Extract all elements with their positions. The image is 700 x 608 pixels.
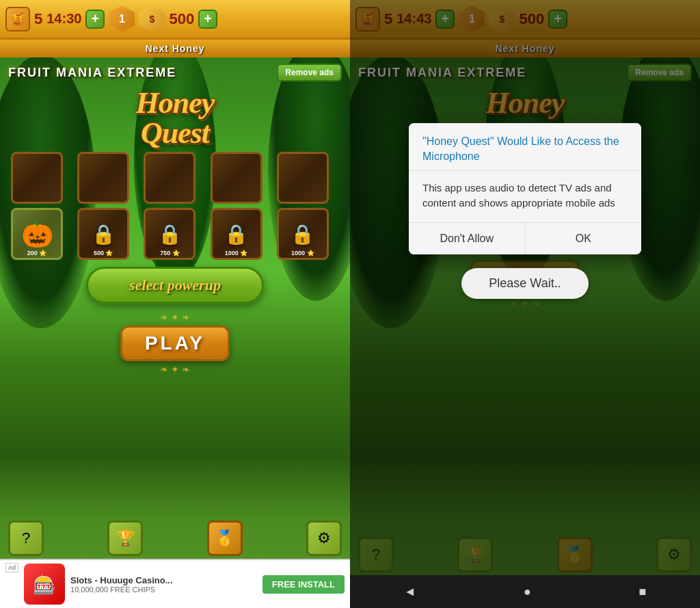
honey-quest-logo-left: Honey Quest bbox=[136, 88, 215, 148]
game-title-left: FRUIT MANIA EXTREME bbox=[8, 66, 176, 80]
add-time-button-left[interactable]: + bbox=[85, 10, 105, 29]
left-panel: 🍯 5 14:30 + 1 $ 500 + Next Honey FRUIT M… bbox=[0, 0, 350, 608]
ad-content-left: Slots - Huuuge Casino... 10,000,000 FREE… bbox=[70, 575, 257, 594]
top-bar-left: 🍯 5 14:30 + 1 $ 500 + bbox=[0, 0, 350, 40]
hex-badge-left: 1 bbox=[109, 6, 135, 32]
lock-icon-5-left: 🔒 bbox=[291, 223, 314, 246]
pumpkin-price-left: 200 ⭐ bbox=[13, 250, 61, 256]
ok-button[interactable]: OK bbox=[526, 223, 642, 254]
coin-count-left: 500 bbox=[169, 10, 194, 28]
play-ornament-bottom-left: ❧ ✦ ❧ bbox=[0, 364, 350, 375]
power-grid-row2-left: 🎃 200 ⭐ 🔒 500 ⭐ 🔒 750 ⭐ 🔒 1000 ⭐ 🔒 1000 … bbox=[0, 208, 350, 260]
lock-icon-3-left: 🔒 bbox=[158, 223, 182, 246]
title-bar-left: FRUIT MANIA EXTREME Remove ads bbox=[0, 57, 350, 88]
trophy-icon-left: 🏆 bbox=[116, 529, 135, 547]
lock-price-3-left: 750 ⭐ bbox=[146, 250, 193, 256]
time-display-left: 14:30 bbox=[46, 11, 81, 27]
locked-cell-2-left[interactable]: 🔒 500 ⭐ bbox=[77, 208, 129, 260]
trophy-button-left[interactable]: 🏆 bbox=[107, 520, 143, 556]
locked-cell-3-left[interactable]: 🔒 750 ⭐ bbox=[144, 208, 196, 260]
power-cell-2-left[interactable] bbox=[77, 152, 129, 204]
honey-jar-icon-left: 🍯 bbox=[5, 7, 30, 31]
locked-cell-4-left[interactable]: 🔒 1000 ⭐ bbox=[211, 208, 262, 260]
lock-price-4-left: 1000 ⭐ bbox=[213, 250, 260, 256]
dialog-overlay: "Honey Quest" Would Like to Access the M… bbox=[350, 0, 700, 608]
logo-area-left: Honey Quest bbox=[0, 88, 350, 149]
help-button-left[interactable]: ? bbox=[8, 520, 44, 556]
next-honey-bar-left: Next Honey bbox=[0, 40, 350, 57]
next-honey-label-left: Next Honey bbox=[145, 43, 204, 54]
bottom-toolbar-left: ? 🏆 🥇 ⚙ bbox=[0, 515, 350, 559]
install-button-left[interactable]: FREE INSTALL bbox=[262, 575, 345, 594]
power-grid-row1-left bbox=[0, 152, 350, 204]
recent-nav-button[interactable]: ■ bbox=[638, 585, 646, 599]
android-nav: ◄ ● ■ bbox=[350, 575, 700, 608]
ad-icon-left: 🎰 bbox=[24, 564, 65, 605]
honey-count-left: 5 bbox=[34, 10, 42, 28]
back-nav-button[interactable]: ◄ bbox=[404, 585, 416, 599]
lock-icon-2-left: 🔒 bbox=[92, 223, 116, 246]
lock-icon-4-left: 🔒 bbox=[224, 223, 248, 246]
select-powerup-label-left: select powerup bbox=[129, 276, 221, 294]
power-cell-1-left[interactable] bbox=[11, 152, 63, 204]
pumpkin-icon-left: 🎃 bbox=[21, 219, 53, 249]
power-cell-4-left[interactable] bbox=[211, 152, 262, 204]
leaderboard-button-left[interactable]: 🥇 bbox=[207, 520, 243, 556]
lock-price-2-left: 500 ⭐ bbox=[79, 250, 127, 256]
play-ornament-top-left: ❧ ✦ ❧ bbox=[0, 312, 350, 323]
play-button-left[interactable]: PLAY bbox=[120, 326, 230, 361]
permission-dialog: "Honey Quest" Would Like to Access the M… bbox=[409, 123, 641, 254]
lock-price-5-left: 1000 ⭐ bbox=[279, 250, 327, 256]
remove-ads-button-left[interactable]: Remove ads bbox=[277, 64, 342, 81]
play-area-left: ❧ ✦ ❧ PLAY ❧ ✦ ❧ bbox=[0, 312, 350, 375]
pumpkin-cell-left[interactable]: 🎃 200 ⭐ bbox=[11, 208, 63, 260]
please-wait-pill: Please Wait.. bbox=[461, 268, 588, 299]
settings-button-left[interactable]: ⚙ bbox=[306, 520, 342, 556]
ad-title-left: Slots - Huuuge Casino... bbox=[70, 575, 257, 585]
dialog-title: "Honey Quest" Would Like to Access the M… bbox=[409, 123, 641, 171]
dialog-body: This app uses audio to detect TV ads and… bbox=[409, 171, 641, 223]
dont-allow-button[interactable]: Don't Allow bbox=[409, 223, 526, 254]
leaderboard-icon-left: 🥇 bbox=[215, 529, 234, 547]
coin-badge-left: $ bbox=[139, 6, 165, 32]
ad-subtitle-left: 10,000,000 FREE CHIPS bbox=[70, 585, 257, 594]
power-cell-5-left[interactable] bbox=[277, 152, 329, 204]
play-label-left: PLAY bbox=[145, 332, 205, 354]
add-coins-button-left[interactable]: + bbox=[198, 10, 217, 29]
question-icon-left: ? bbox=[22, 529, 30, 547]
right-panel: 🍯 5 14:43 + 1 $ 500 + Next Honey FRUIT M… bbox=[350, 0, 700, 608]
dialog-buttons: Don't Allow OK bbox=[409, 223, 641, 254]
home-nav-button[interactable]: ● bbox=[524, 585, 531, 599]
locked-cell-5-left[interactable]: 🔒 1000 ⭐ bbox=[277, 208, 329, 260]
power-cell-3-left[interactable] bbox=[144, 152, 196, 204]
select-powerup-button-left[interactable]: select powerup bbox=[86, 267, 264, 304]
ad-tag-left: Ad bbox=[5, 563, 18, 572]
settings-icon-left: ⚙ bbox=[317, 529, 331, 547]
ad-banner-left: Ad 🎰 Slots - Huuuge Casino... 10,000,000… bbox=[0, 559, 350, 608]
